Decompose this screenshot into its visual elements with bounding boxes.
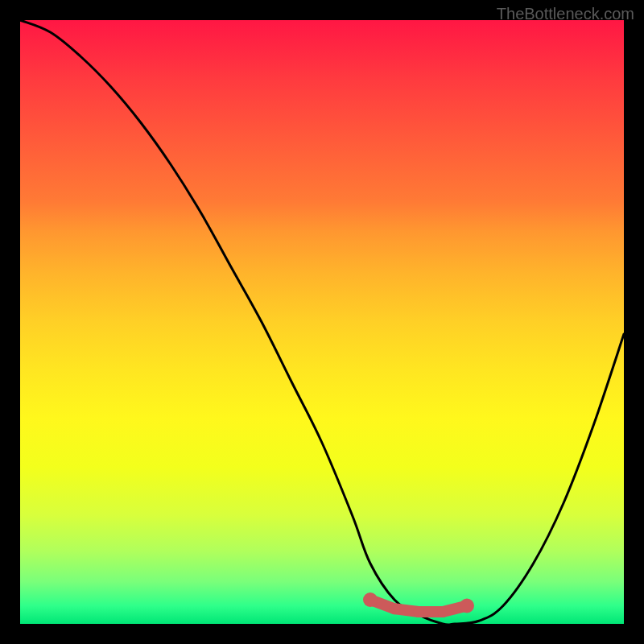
min-region-markers: [363, 592, 474, 617]
watermark-text: TheBottleneck.com: [497, 5, 634, 23]
min-region-mid2: [413, 606, 424, 617]
bottleneck-curve-line: [20, 20, 624, 625]
bottleneck-chart: [20, 20, 624, 624]
min-region-start: [363, 592, 378, 607]
min-region-mid3: [437, 606, 448, 617]
min-region-end: [460, 599, 474, 613]
min-region-mid1: [389, 603, 400, 614]
